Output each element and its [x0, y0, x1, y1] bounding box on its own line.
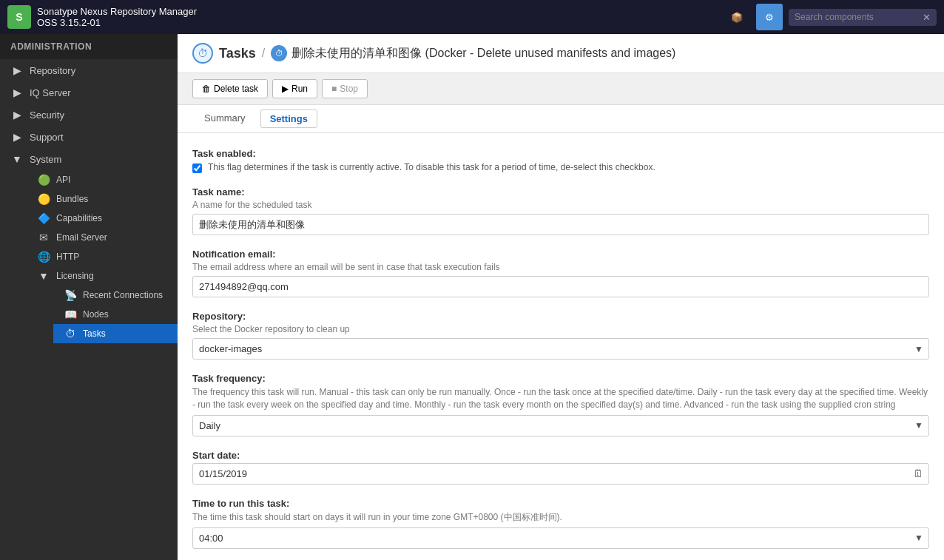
repository-select-wrapper: docker-images ▼ — [192, 338, 929, 360]
form-area: Task enabled: This flag determines if th… — [178, 133, 944, 560]
email-server-icon: ✉ — [37, 232, 50, 243]
time-section: Time to run this task: The time this tas… — [192, 498, 929, 549]
notification-email-label: Notification email: — [192, 249, 929, 260]
tabs-bar: Summary Settings — [178, 105, 944, 133]
run-label: Run — [291, 84, 308, 94]
gear-icon[interactable]: ⚙ — [756, 4, 783, 30]
sidebar-item-capabilities[interactable]: 🔷 Capabilities — [27, 209, 178, 228]
app-subtitle: OSS 3.15.2-01 — [37, 17, 197, 28]
http-icon: 🌐 — [37, 251, 50, 263]
repository-section: Repository: Select the Docker repository… — [192, 311, 929, 360]
delete-icon: 🗑 — [202, 84, 211, 94]
sidebar-item-label: Email Server — [56, 232, 107, 243]
sidebar-item-http[interactable]: 🌐 HTTP — [27, 247, 178, 266]
notification-email-hint: The email address where an email will be… — [192, 262, 929, 272]
breadcrumb-separator: / — [262, 47, 265, 60]
sidebar-item-tasks[interactable]: ⏱ Tasks — [53, 324, 178, 343]
run-button[interactable]: ▶ Run — [272, 79, 317, 98]
sidebar-item-repository[interactable]: ▶ Repository — [0, 59, 178, 81]
sidebar-item-label: API — [56, 175, 70, 185]
sidebar-item-nodes[interactable]: 📖 Nodes — [53, 305, 178, 324]
sidebar-item-label: Licensing — [56, 271, 94, 281]
support-icon: ▶ — [10, 131, 24, 143]
task-name-input[interactable] — [192, 214, 929, 235]
task-enabled-checkbox-row: This flag determines if the task is curr… — [192, 162, 929, 173]
task-frequency-label: Task frequency: — [192, 373, 929, 384]
time-select[interactable]: 04:00 — [192, 527, 929, 549]
task-full-title: ⏱ 删除未使用的清单和图像 (Docker - Delete unused ma… — [271, 45, 675, 61]
sidebar: Administration ▶ Repository ▶ IQ Server … — [0, 34, 178, 560]
sidebar-item-api[interactable]: 🟢 API — [27, 170, 178, 189]
run-icon: ▶ — [282, 84, 289, 94]
task-enabled-label: Task enabled: — [192, 148, 929, 159]
notification-email-input[interactable] — [192, 276, 929, 297]
repository-select[interactable]: docker-images — [192, 338, 929, 360]
stop-icon: ■ — [331, 84, 337, 94]
task-name-hint: A name for the scheduled task — [192, 200, 929, 210]
task-frequency-select-wrapper: Daily ▼ — [192, 415, 929, 436]
repository-label: Repository: — [192, 311, 929, 322]
search-clear-icon[interactable]: ✕ — [923, 12, 931, 23]
start-date-input[interactable] — [192, 463, 929, 485]
tab-summary[interactable]: Summary — [192, 105, 257, 132]
iq-server-icon: ▶ — [10, 87, 24, 98]
sidebar-item-label: System — [30, 154, 61, 165]
app-title: Sonatype Nexus Repository Manager — [37, 6, 197, 17]
time-hint: The time this task should start on days … — [192, 511, 929, 524]
licensing-icon: ▼ — [37, 270, 50, 282]
tasks-icon: ⏱ — [64, 328, 77, 340]
sidebar-item-iq-server[interactable]: ▶ IQ Server — [0, 81, 178, 104]
sidebar-item-recent-connections[interactable]: 📡 Recent Connections — [53, 286, 178, 305]
licensing-submenu: 📡 Recent Connections 📖 Nodes ⏱ Tasks — [27, 286, 178, 343]
task-frequency-section: Task frequency: The frequency this task … — [192, 373, 929, 436]
sidebar-header: Administration — [0, 34, 178, 59]
breadcrumb-tasks[interactable]: Tasks — [219, 46, 256, 61]
delete-task-label: Delete task — [214, 84, 258, 94]
repository-hint: Select the Docker repository to clean up — [192, 324, 929, 334]
sidebar-item-label: HTTP — [56, 252, 79, 262]
security-icon: ▶ — [10, 109, 24, 121]
sidebar-item-label: Repository — [30, 65, 75, 76]
sidebar-item-bundles[interactable]: 🟡 Bundles — [27, 189, 178, 209]
search-bar: ✕ — [789, 9, 937, 26]
main-layout: Administration ▶ Repository ▶ IQ Server … — [0, 34, 944, 560]
system-icon: ▼ — [10, 153, 24, 165]
task-enabled-section: Task enabled: This flag determines if th… — [192, 148, 929, 173]
box-icon[interactable]: 📦 — [724, 4, 750, 30]
stop-button[interactable]: ■ Stop — [322, 79, 368, 98]
page-header: ⏱ Tasks / ⏱ 删除未使用的清单和图像 (Docker - Delete… — [178, 34, 944, 73]
notification-email-section: Notification email: The email address wh… — [192, 249, 929, 297]
topbar: S Sonatype Nexus Repository Manager OSS … — [0, 0, 944, 34]
sidebar-item-label: Capabilities — [56, 213, 102, 223]
system-submenu: 🟢 API 🟡 Bundles 🔷 Capabilities ✉ Email S… — [0, 170, 178, 343]
sidebar-item-email-server[interactable]: ✉ Email Server — [27, 228, 178, 247]
tab-settings[interactable]: Settings — [260, 109, 317, 128]
tasks-clock-icon: ⏱ — [192, 43, 213, 64]
task-name-label: Task name: — [192, 186, 929, 198]
recent-connections-icon: 📡 — [64, 289, 77, 301]
sidebar-item-label: Security — [30, 109, 64, 121]
sidebar-item-label: Recent Connections — [83, 290, 163, 300]
sidebar-item-security[interactable]: ▶ Security — [0, 104, 178, 126]
sidebar-item-system[interactable]: ▼ System — [0, 148, 178, 170]
task-clock-icon: ⏱ — [271, 45, 287, 61]
task-enabled-checkbox[interactable] — [192, 163, 202, 173]
task-frequency-select[interactable]: Daily — [192, 415, 929, 436]
task-title-text: 删除未使用的清单和图像 (Docker - Delete unused mani… — [291, 46, 675, 61]
sidebar-item-label: Nodes — [83, 309, 109, 320]
search-input[interactable] — [795, 12, 918, 22]
sidebar-item-label: Bundles — [56, 194, 88, 204]
nodes-icon: 📖 — [64, 308, 77, 320]
sidebar-item-support[interactable]: ▶ Support — [0, 126, 178, 148]
sidebar-item-licensing[interactable]: ▼ Licensing — [27, 266, 178, 286]
task-frequency-hint: The frequency this task will run. Manual… — [192, 386, 929, 411]
capabilities-icon: 🔷 — [37, 212, 50, 224]
start-date-wrapper: 🗓 — [192, 463, 929, 485]
time-label: Time to run this task: — [192, 498, 929, 509]
bundles-icon: 🟡 — [37, 193, 50, 205]
start-date-label: Start date: — [192, 450, 929, 461]
toolbar: 🗑 Delete task ▶ Run ■ Stop — [178, 73, 944, 105]
delete-task-button[interactable]: 🗑 Delete task — [192, 79, 268, 98]
stop-label: Stop — [340, 84, 358, 94]
content-area: ⏱ Tasks / ⏱ 删除未使用的清单和图像 (Docker - Delete… — [178, 34, 944, 560]
